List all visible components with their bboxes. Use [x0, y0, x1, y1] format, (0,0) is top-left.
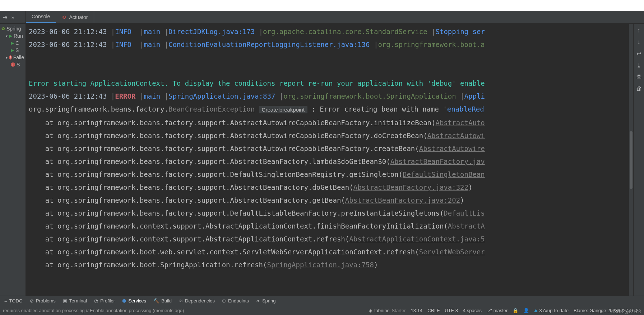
tool-profiler[interactable]: ◔Profiler: [94, 298, 115, 304]
tab-actuator-label: Actuator: [69, 14, 88, 20]
soft-wrap-icon[interactable]: ↩: [636, 50, 641, 57]
chevron-down-icon: ▾: [6, 56, 8, 60]
log-line: 2023-06-06 21:12:43 |INFO |main |Conditi…: [29, 38, 626, 51]
delta-widget[interactable]: 3 Δ/up-to-date: [534, 308, 569, 313]
source-link[interactable]: AbstractAutowire: [419, 145, 485, 152]
source-link[interactable]: AbstractApplicationContext.java:5: [349, 235, 485, 243]
tree-spring-root[interactable]: ✿ Spring: [0, 25, 26, 32]
error-banner: Error starting ApplicationContext. To di…: [29, 77, 626, 90]
tree-item-s[interactable]: ▶ S: [0, 47, 26, 54]
tree-failed-item[interactable]: ! S: [0, 61, 26, 68]
stack-frame: at org.springframework.beans.factory.sup…: [29, 155, 626, 168]
tool-services[interactable]: ⬢Services: [122, 298, 146, 304]
spring-icon: ✿: [1, 26, 5, 31]
scrollbar-thumb[interactable]: [630, 131, 633, 189]
tab-actuator[interactable]: ⟲ Actuator: [56, 11, 94, 23]
stack-frame: at org.springframework.beans.factory.sup…: [29, 116, 626, 129]
run-tree: ✿ Spring ▾ ▶ Run ▶ C ▶ S ▾ ! Faile: [0, 24, 26, 70]
file-encoding[interactable]: UTF-8: [445, 308, 458, 313]
actuator-icon: ⟲: [62, 14, 66, 20]
git-blame[interactable]: Blame: Gangge 2023/5/27 16:21: [574, 308, 641, 313]
expand-icon[interactable]: »: [11, 14, 14, 20]
chevron-down-icon: ▾: [6, 34, 8, 38]
tree-running[interactable]: ▾ ▶ Run: [0, 32, 26, 39]
stack-frame: at org.springframework.beans.factory.sup…: [29, 129, 626, 142]
stack-frame: at org.springframework.context.support.A…: [29, 232, 626, 245]
source-link[interactable]: AbstractBeanFactory.java:322: [353, 183, 468, 191]
create-breakpoint-hint[interactable]: Create breakpoint: [259, 106, 307, 113]
lock-icon[interactable]: 🔒: [513, 308, 518, 313]
play-icon: ▶: [9, 33, 12, 38]
line-separator[interactable]: CRLF: [427, 308, 440, 313]
tree-running-label: Run: [14, 33, 23, 39]
console-wrap: 2023-06-06 21:12:43 |INFO |main |DirectJ…: [26, 24, 644, 296]
source-link[interactable]: AbstractA: [448, 222, 485, 230]
tool-endpoints[interactable]: ⊕Endpoints: [222, 298, 249, 304]
status-message[interactable]: requires enabled annotation processing /…: [3, 308, 363, 313]
git-branch[interactable]: ⎇ master: [487, 308, 508, 313]
bean-name-link[interactable]: enableRed: [447, 105, 484, 113]
error-icon: !: [11, 62, 15, 67]
tool-todo[interactable]: ≡TODO: [4, 298, 23, 304]
tree-item-s-label: S: [15, 47, 19, 53]
log-line-error: 2023-06-06 21:12:43 |ERROR |main |Spring…: [29, 90, 626, 103]
tabnine-widget[interactable]: ◈ tabnine Starter: [369, 308, 406, 313]
stack-frame: at org.springframework.boot.web.servlet.…: [29, 245, 626, 258]
stack-icon: ≋: [179, 298, 183, 304]
tree-failed[interactable]: ▾ ! Faile: [0, 54, 26, 61]
tree-item-c[interactable]: ▶ C: [0, 39, 26, 47]
warning-icon: ⊘: [30, 298, 34, 304]
source-link[interactable]: DefaultLis: [444, 209, 485, 217]
source-link[interactable]: SpringApplication.java:758: [267, 261, 374, 269]
source-link[interactable]: AbstractAutowi: [427, 132, 485, 140]
tool-spring[interactable]: ❧Spring: [256, 298, 276, 304]
source-link[interactable]: ServletWebServer: [419, 248, 485, 256]
stack-frame: at org.springframework.beans.factory.sup…: [29, 181, 626, 194]
content-area: Console ⟲ Actuator 2023-06-06 21:12:43 |…: [26, 11, 644, 296]
scroll-up-icon[interactable]: ↑: [638, 27, 640, 34]
tool-dependencies[interactable]: ≋Dependencies: [179, 298, 215, 304]
console-tabs: Console ⟲ Actuator: [26, 11, 644, 24]
caret-position[interactable]: 13:14: [411, 308, 423, 313]
left-toolbar: ⇥ »: [0, 11, 26, 24]
tree-root-label: Spring: [6, 26, 21, 32]
scroll-down-icon[interactable]: ↓: [638, 39, 640, 45]
exception-class-link[interactable]: BeanCreationException: [168, 105, 255, 113]
scroll-to-end-icon[interactable]: ⤓: [636, 62, 641, 69]
source-link[interactable]: AbstractBeanFactory.jav: [390, 158, 485, 165]
tab-console[interactable]: Console: [26, 11, 56, 23]
inspection-icon[interactable]: 👤: [523, 308, 529, 313]
play-icon: ▶: [11, 48, 14, 53]
endpoints-icon: ⊕: [222, 298, 226, 304]
print-icon[interactable]: 🖶: [636, 74, 642, 80]
leaf-icon: ❧: [256, 298, 260, 304]
main-area: ⇥ » ✿ Spring ▾ ▶ Run ▶ C ▶ S ▾ !: [0, 11, 644, 296]
right-gutter: ↑ ↓ ↩ ⤓ 🖶 🗑: [633, 24, 644, 296]
tool-build[interactable]: 🔨Build: [153, 298, 172, 304]
play-icon: ▶: [11, 41, 14, 46]
stack-trace: at org.springframework.beans.factory.sup…: [29, 116, 626, 271]
source-link[interactable]: AbstractBeanFactory.java:202: [345, 196, 460, 204]
stack-frame: at org.springframework.beans.factory.sup…: [29, 194, 626, 207]
collapse-icon[interactable]: ⇥: [3, 14, 7, 20]
top-white-strip: [0, 0, 644, 11]
source-link[interactable]: DefaultSingletonBean: [403, 170, 485, 178]
tree-failed-item-label: S: [17, 62, 20, 67]
triangle-icon: [534, 309, 538, 312]
console-output[interactable]: 2023-06-06 21:12:43 |INFO |main |DirectJ…: [26, 24, 629, 296]
clear-icon[interactable]: 🗑: [636, 85, 642, 92]
branch-icon: ⎇: [487, 308, 492, 313]
indent-widget[interactable]: 4 spaces: [463, 308, 482, 313]
log-line: 2023-06-06 21:12:43 |INFO |main |DirectJ…: [29, 25, 626, 38]
stack-frame: at org.springframework.beans.factory.sup…: [29, 207, 626, 220]
tool-terminal[interactable]: ▣Terminal: [63, 298, 87, 304]
tab-console-label: Console: [32, 14, 50, 19]
stack-frame: at org.springframework.beans.factory.sup…: [29, 142, 626, 155]
services-icon: ⬢: [122, 298, 126, 304]
status-bar: requires enabled annotation processing /…: [0, 306, 644, 315]
vertical-scrollbar[interactable]: [629, 24, 633, 296]
list-icon: ≡: [4, 298, 7, 304]
source-link[interactable]: AbstractAuto: [435, 119, 485, 127]
tree-item-c-label: C: [15, 40, 19, 46]
tool-problems[interactable]: ⊘Problems: [30, 298, 56, 304]
